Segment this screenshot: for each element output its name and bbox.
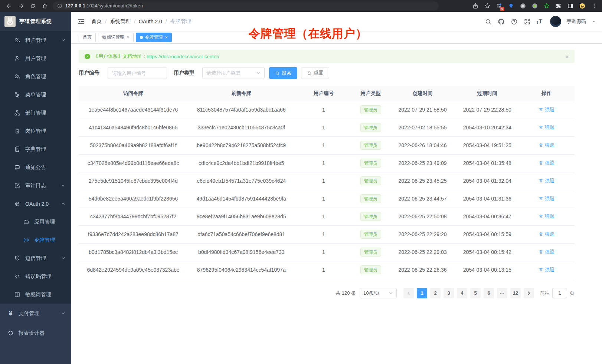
sidebar: 芋道管理系统 租户管理 用户管理 角色管理 菜单管理 bbox=[0, 12, 71, 364]
page-ellipsis[interactable]: ··· bbox=[497, 288, 507, 298]
delete-icon bbox=[539, 249, 543, 254]
force-logout-button[interactable]: 强退 bbox=[539, 267, 554, 273]
alert-doc-link[interactable]: https://doc.iocoder.cn/user-center/ bbox=[147, 54, 219, 59]
tab-token[interactable]: 令牌管理× bbox=[136, 33, 172, 42]
back-icon[interactable] bbox=[4, 1, 13, 10]
sidebar-item-oauth[interactable]: OAuth 2.0 bbox=[0, 195, 71, 213]
cell-user-type: 管理员 bbox=[352, 261, 389, 279]
page-button-5[interactable]: 5 bbox=[470, 288, 481, 298]
home-icon[interactable] bbox=[40, 1, 49, 10]
sidebar-item-menu[interactable]: 菜单管理 bbox=[0, 86, 71, 104]
next-page-button[interactable] bbox=[524, 288, 534, 298]
sidebar-item-oauth-token[interactable]: 令牌管理 bbox=[0, 231, 71, 249]
sidebar-item-notice[interactable]: 通知公告 bbox=[0, 158, 71, 176]
side-panel-icon[interactable] bbox=[567, 3, 574, 10]
cell-user-type: 管理员 bbox=[352, 154, 389, 172]
prev-page-button[interactable] bbox=[403, 288, 414, 298]
cell-user-id: 1 bbox=[295, 136, 352, 154]
gem-extension-icon[interactable] bbox=[507, 3, 514, 10]
recorder-extension-icon[interactable] bbox=[531, 3, 538, 10]
sidebar-toggle-icon[interactable] bbox=[77, 17, 85, 26]
cell-user-id: 1 bbox=[295, 154, 352, 172]
sidebar-item-tenant[interactable]: 租户管理 bbox=[0, 31, 71, 49]
page-size-select[interactable]: 10条/页 bbox=[360, 288, 397, 298]
sidebar-item-role[interactable]: 角色管理 bbox=[0, 67, 71, 86]
close-icon[interactable]: × bbox=[127, 35, 130, 40]
address-bar[interactable]: 127.0.0.1:1024/system/oauth2/token bbox=[53, 1, 439, 10]
profile-emoji-icon[interactable] bbox=[579, 3, 586, 10]
help-icon[interactable] bbox=[510, 18, 518, 25]
cell-refresh-token: 8796295f04064c2983414cc54af1097a bbox=[188, 261, 295, 279]
breadcrumb-system[interactable]: 系统管理 bbox=[110, 18, 131, 25]
sidebar-item-sensitive-word[interactable]: 敏感词管理 bbox=[0, 285, 71, 304]
page-button-12[interactable]: 12 bbox=[510, 288, 521, 298]
force-logout-button[interactable]: 强退 bbox=[539, 249, 554, 255]
col-refresh-token: 刷新令牌 bbox=[188, 86, 295, 101]
sidebar-item-report-designer[interactable]: 报表设计器 bbox=[0, 323, 71, 343]
force-logout-button[interactable]: 强退 bbox=[539, 178, 554, 184]
chevron-down-icon bbox=[61, 38, 65, 42]
user-type-select[interactable]: 请选择用户类型 bbox=[202, 67, 265, 79]
chevron-down-icon bbox=[256, 71, 261, 75]
cell-create-time: 2022-06-25 22:50:08 bbox=[389, 208, 456, 225]
page-button-2[interactable]: 2 bbox=[430, 288, 441, 298]
force-logout-button[interactable]: 强退 bbox=[539, 213, 554, 220]
sidebar-item-audit-log[interactable]: 审计日志 bbox=[0, 176, 71, 195]
force-logout-button[interactable]: 强退 bbox=[539, 160, 554, 166]
page-button-4[interactable]: 4 bbox=[457, 288, 467, 298]
breadcrumb-home[interactable]: 首页 bbox=[91, 18, 102, 25]
sidebar-item-dept[interactable]: 部门管理 bbox=[0, 104, 71, 122]
close-icon[interactable]: × bbox=[165, 35, 168, 40]
search-icon[interactable] bbox=[484, 18, 492, 25]
force-logout-button[interactable]: 强退 bbox=[539, 142, 554, 149]
tab-home[interactable]: 首页 bbox=[79, 33, 96, 42]
sidebar-item-post[interactable]: 岗位管理 bbox=[0, 122, 71, 140]
cell-create-time: 2022-06-25 22:26:36 bbox=[389, 261, 456, 279]
command-extension-icon[interactable] bbox=[519, 3, 526, 10]
tab-sensitive-word[interactable]: 敏感词管理× bbox=[98, 33, 134, 42]
sidebar-item-dict[interactable]: 字典管理 bbox=[0, 140, 71, 158]
goto-label: 前往 bbox=[540, 290, 550, 297]
bookmark-star-icon[interactable] bbox=[484, 3, 491, 10]
site-info-icon[interactable] bbox=[57, 3, 62, 9]
caret-down-icon[interactable] bbox=[592, 19, 596, 24]
extension-badge: 9 bbox=[500, 7, 504, 11]
alert-close-icon[interactable]: × bbox=[565, 54, 569, 59]
font-size-icon[interactable]: TT bbox=[536, 19, 542, 24]
force-logout-button[interactable]: 强退 bbox=[539, 124, 554, 131]
force-logout-button[interactable]: 强退 bbox=[539, 106, 554, 113]
username[interactable]: 芋道源码 bbox=[567, 18, 586, 25]
sidebar-item-error-code[interactable]: 错误码管理 bbox=[0, 267, 71, 285]
force-logout-button[interactable]: 强退 bbox=[539, 231, 554, 238]
tag-views-bar: 首页 敏感词管理× 令牌管理× bbox=[71, 31, 602, 44]
chevron-up-icon bbox=[61, 202, 65, 206]
search-button[interactable]: 搜索 bbox=[269, 67, 297, 79]
fullscreen-icon[interactable] bbox=[523, 18, 531, 25]
extensions-puzzle-icon[interactable] bbox=[555, 3, 562, 10]
page-button-3[interactable]: 3 bbox=[444, 288, 454, 298]
pixel-extension-icon[interactable]: 9 bbox=[495, 3, 503, 10]
user-avatar[interactable] bbox=[550, 16, 561, 27]
sidebar-item-payment[interactable]: ¥ 支付管理 bbox=[0, 304, 71, 323]
sidebar-item-sms[interactable]: 短信管理 bbox=[0, 249, 71, 267]
star-extension-icon[interactable] bbox=[543, 3, 550, 10]
breadcrumb-oauth[interactable]: OAuth 2.0 bbox=[139, 19, 162, 24]
browser-menu-icon[interactable] bbox=[590, 3, 598, 10]
sidebar-item-oauth-app[interactable]: 应用管理 bbox=[0, 213, 71, 231]
forward-icon[interactable] bbox=[16, 1, 25, 10]
page-button-1[interactable]: 1 bbox=[417, 288, 427, 298]
force-logout-button[interactable]: 强退 bbox=[539, 195, 554, 202]
cell-actions: 强退 bbox=[518, 225, 575, 243]
reset-button[interactable]: 重置 bbox=[301, 67, 329, 79]
app-logo[interactable]: 芋道管理系统 bbox=[0, 12, 71, 31]
cell-actions: 强退 bbox=[518, 136, 575, 154]
github-icon[interactable] bbox=[497, 18, 505, 25]
page-button-6[interactable]: 6 bbox=[484, 288, 494, 298]
goto-page-input[interactable] bbox=[552, 288, 567, 298]
share-icon[interactable] bbox=[472, 3, 479, 10]
sidebar-item-user[interactable]: 用户管理 bbox=[0, 49, 71, 67]
reload-icon[interactable] bbox=[28, 1, 37, 10]
user-id-input[interactable] bbox=[108, 67, 167, 79]
cell-user-id: 1 bbox=[295, 261, 352, 279]
cell-user-id: 1 bbox=[295, 101, 352, 119]
